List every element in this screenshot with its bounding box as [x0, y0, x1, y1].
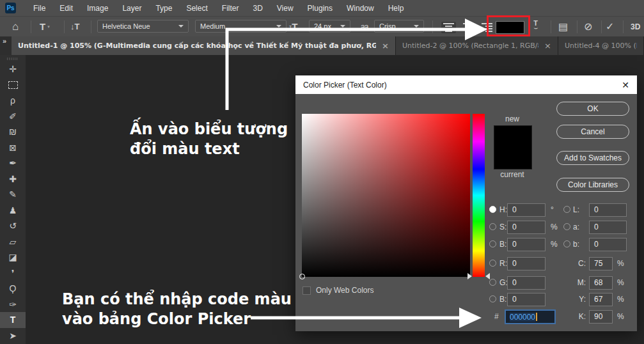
- menu-plugins[interactable]: Plugins: [301, 4, 340, 13]
- clone-stamp-tool[interactable]: ♟: [0, 203, 26, 219]
- label-lab-l: L:: [573, 205, 579, 214]
- hue-marker-right-icon[interactable]: [485, 273, 490, 279]
- eyedropper-tool[interactable]: ✒: [0, 155, 26, 171]
- panel-grip[interactable]: [7, 58, 19, 60]
- color-libraries-button[interactable]: Color Libraries: [556, 178, 629, 192]
- menu-view[interactable]: View: [270, 4, 301, 13]
- crop-tool[interactable]: ₪: [0, 124, 26, 140]
- warp-text-button[interactable]: T ⌣: [533, 21, 538, 33]
- hue-marker-left-icon[interactable]: [467, 273, 472, 279]
- input-cmyk-k[interactable]: 90: [589, 310, 613, 324]
- frame-tool[interactable]: ⊠: [0, 140, 26, 156]
- separator: [31, 20, 31, 33]
- input-r-3[interactable]: 0: [507, 257, 546, 270]
- paint-bucket-tool[interactable]: ◪: [0, 249, 26, 265]
- toggle-panels-button[interactable]: ▤: [558, 17, 568, 36]
- anti-alias-select[interactable]: Crisp: [374, 20, 424, 33]
- expand-toolbar-icon[interactable]: »: [3, 37, 6, 45]
- saturation-brightness-field[interactable]: [302, 114, 470, 277]
- cancel-button[interactable]: Cancel: [556, 125, 629, 139]
- eraser-tool[interactable]: ▱: [0, 234, 26, 250]
- pen-tool[interactable]: ✑: [0, 297, 26, 313]
- lasso-tool[interactable]: ρ: [0, 93, 26, 109]
- hue-slider[interactable]: [473, 114, 485, 277]
- input-b-5[interactable]: 0: [507, 293, 546, 306]
- menu-bar: Ps FileEditImageLayerTypeSelectFilter3DV…: [0, 0, 644, 16]
- align-center-button[interactable]: [461, 22, 476, 33]
- radio-lab-b[interactable]: [563, 240, 570, 247]
- move-tool[interactable]: ✛: [0, 61, 26, 77]
- red-highlight-box: [487, 15, 530, 36]
- color-field-selector[interactable]: [299, 274, 305, 279]
- unit-b-2: %: [551, 240, 558, 249]
- align-left-button[interactable]: [441, 22, 456, 33]
- close-icon[interactable]: ×: [544, 41, 551, 51]
- text-orientation-button[interactable]: ↓T: [70, 17, 79, 36]
- radio-lab-l[interactable]: [563, 206, 570, 213]
- menu-3d[interactable]: 3D: [246, 4, 269, 13]
- input-cmyk-m[interactable]: 68: [589, 276, 613, 290]
- ok-button[interactable]: OK: [556, 102, 629, 116]
- input-lab-a[interactable]: 0: [589, 221, 627, 234]
- label-cmyk-y: Y:: [567, 295, 586, 304]
- type-tool-preset[interactable]: T ▾: [40, 17, 50, 36]
- radio-b-5[interactable]: [489, 295, 496, 302]
- menu-layer[interactable]: Layer: [115, 4, 148, 13]
- menu-select[interactable]: Select: [179, 4, 214, 13]
- input-lab-b[interactable]: 0: [589, 238, 627, 251]
- input-b-2[interactable]: 0: [507, 238, 546, 251]
- tab-untitled-2[interactable]: Untitled-2 @ 100% (Rectangle 1, RGB/8#) …: [396, 36, 558, 55]
- input-lab-l[interactable]: 0: [589, 203, 627, 217]
- pen-icon: ✑: [9, 300, 17, 309]
- menu-items: FileEditImageLayerTypeSelectFilter3DView…: [26, 4, 411, 13]
- spot-healing-icon: ✚: [9, 175, 17, 184]
- menu-file[interactable]: File: [26, 4, 52, 13]
- tab-untitled-4[interactable]: Untitled-4 @ 100% (R: [558, 36, 644, 55]
- add-to-swatches-button[interactable]: Add to Swatches: [556, 151, 629, 165]
- callout-line: Bạn có thể nhập code màu: [62, 290, 292, 309]
- input-h-0[interactable]: 0: [507, 203, 546, 217]
- input-g-4[interactable]: 0: [507, 276, 546, 290]
- radio-lab-a[interactable]: [563, 223, 570, 230]
- commit-edits-button[interactable]: ✓: [606, 17, 614, 36]
- menu-type[interactable]: Type: [148, 4, 179, 13]
- radio-h-0[interactable]: [489, 206, 496, 213]
- anti-alias-icon-wrap: aa: [361, 17, 368, 36]
- input-s-1[interactable]: 0: [507, 221, 546, 234]
- dialog-close-icon[interactable]: ✕: [622, 80, 629, 90]
- callout-line: vào bảng Color Picker: [62, 309, 292, 329]
- radio-b-2[interactable]: [489, 240, 496, 247]
- input-cmyk-c[interactable]: 75: [589, 257, 613, 270]
- hex-input[interactable]: 000000: [505, 309, 556, 324]
- menu-edit[interactable]: Edit: [52, 4, 80, 13]
- history-brush-tool[interactable]: ↺: [0, 218, 26, 234]
- font-size-select[interactable]: 24 px: [309, 20, 350, 33]
- brush-tool[interactable]: ✎: [0, 187, 26, 203]
- menu-image[interactable]: Image: [80, 4, 115, 13]
- type-tool[interactable]: T: [0, 312, 26, 328]
- spot-healing-tool[interactable]: ✚: [0, 171, 26, 187]
- radio-g-4[interactable]: [489, 279, 496, 286]
- marquee-tool[interactable]: [0, 77, 26, 93]
- cancel-edits-button[interactable]: ⊘: [584, 17, 592, 36]
- font-family-select[interactable]: Helvetica Neue: [97, 20, 189, 33]
- radio-s-1[interactable]: [489, 223, 496, 230]
- dialog-titlebar[interactable]: Color Picker (Text Color) ✕: [295, 75, 637, 94]
- menu-filter[interactable]: Filter: [215, 4, 246, 13]
- dodge-tool[interactable]: Ϙ: [0, 281, 26, 297]
- input-cmyk-y[interactable]: 67: [589, 293, 613, 306]
- object-selection-tool[interactable]: ✐: [0, 109, 26, 125]
- blur-tool[interactable]: ❜: [0, 265, 26, 281]
- menu-help[interactable]: Help: [381, 4, 411, 13]
- radio-r-3[interactable]: [489, 260, 496, 267]
- close-icon[interactable]: ×: [382, 41, 389, 51]
- home-button[interactable]: ⌂: [12, 17, 19, 36]
- 3d-button[interactable]: 3D: [631, 17, 640, 36]
- tab-untitled-1[interactable]: Untitled-1 @ 105% (G-Multimedia cung cấp…: [12, 36, 396, 55]
- only-web-colors-checkbox[interactable]: [302, 286, 311, 295]
- unit-cmyk-y: %: [617, 295, 624, 304]
- tab-title: Untitled-2 @ 100% (Rectangle 1, RGB/8#) …: [402, 42, 538, 50]
- font-style-select[interactable]: Medium: [195, 20, 287, 33]
- menu-window[interactable]: Window: [340, 4, 381, 13]
- path-selection-tool[interactable]: ➤: [0, 328, 26, 344]
